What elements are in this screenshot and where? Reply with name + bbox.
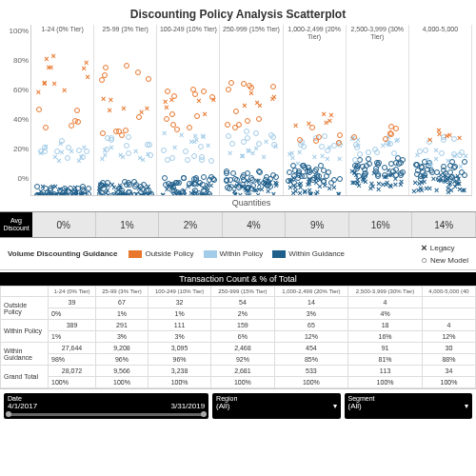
data-point[interactable] [322, 111, 327, 117]
data-point[interactable] [270, 84, 276, 89]
data-point[interactable] [232, 176, 238, 182]
data-point[interactable] [419, 165, 425, 170]
data-point[interactable] [297, 149, 303, 155]
data-point[interactable] [230, 170, 236, 176]
data-point[interactable] [293, 185, 299, 190]
filter-region[interactable]: Region (All)▾ [212, 393, 340, 419]
data-point[interactable] [145, 106, 150, 111]
data-point[interactable] [355, 163, 361, 169]
data-point[interactable] [185, 157, 190, 163]
data-point[interactable] [427, 137, 433, 143]
data-point[interactable] [165, 157, 170, 163]
data-point[interactable] [183, 149, 188, 154]
data-point[interactable] [437, 131, 443, 137]
data-point[interactable] [302, 173, 307, 179]
data-point[interactable] [201, 89, 207, 94]
data-point[interactable] [62, 88, 68, 93]
data-point[interactable] [423, 148, 428, 153]
data-point[interactable] [362, 171, 367, 177]
data-point[interactable] [363, 179, 368, 185]
data-point[interactable] [107, 108, 112, 113]
data-point[interactable] [271, 94, 277, 100]
data-point[interactable] [428, 160, 434, 166]
data-point[interactable] [228, 80, 234, 86]
data-point[interactable] [337, 156, 343, 162]
data-point[interactable] [388, 124, 394, 129]
data-point[interactable] [376, 160, 382, 166]
data-point[interactable] [324, 120, 329, 126]
data-point[interactable] [59, 138, 65, 144]
data-point[interactable] [315, 189, 321, 195]
data-point[interactable] [399, 179, 405, 185]
data-point[interactable] [464, 153, 469, 159]
data-point[interactable] [69, 123, 74, 129]
data-point[interactable] [172, 145, 178, 150]
data-point[interactable] [34, 184, 40, 189]
data-point[interactable] [209, 94, 215, 100]
data-point[interactable] [434, 188, 440, 193]
legend-item[interactable]: Within Guidance [272, 249, 345, 258]
data-point[interactable] [101, 186, 107, 191]
data-point[interactable] [256, 169, 262, 174]
data-point[interactable] [135, 69, 141, 75]
data-point[interactable] [50, 192, 55, 195]
data-point[interactable] [196, 98, 202, 104]
data-point[interactable] [271, 142, 277, 148]
data-point[interactable] [146, 76, 151, 82]
data-point[interactable] [256, 141, 262, 147]
data-point[interactable] [100, 130, 106, 136]
data-point[interactable] [370, 184, 376, 189]
data-point[interactable] [396, 161, 402, 167]
data-point[interactable] [86, 186, 91, 191]
data-point[interactable] [242, 103, 248, 109]
data-point[interactable] [165, 89, 170, 94]
data-point[interactable] [325, 148, 330, 153]
data-point[interactable] [236, 122, 242, 128]
data-point[interactable] [228, 150, 233, 156]
data-point[interactable] [385, 180, 390, 186]
data-point[interactable] [80, 154, 86, 160]
data-point[interactable] [227, 186, 232, 191]
plot-area[interactable]: 1-24 (0% Tier)25-99 (3% Tier)100-249 (10… [30, 25, 472, 196]
data-point[interactable] [417, 149, 423, 154]
data-point[interactable] [138, 184, 144, 189]
data-point[interactable] [109, 145, 114, 150]
data-point[interactable] [126, 180, 131, 186]
data-point[interactable] [318, 163, 324, 169]
data-point[interactable] [105, 180, 110, 186]
data-point[interactable] [54, 192, 60, 195]
data-point[interactable] [313, 167, 319, 172]
data-point[interactable] [72, 118, 78, 124]
data-point[interactable] [207, 191, 212, 195]
data-point[interactable] [352, 157, 358, 163]
data-point[interactable] [109, 97, 114, 103]
data-point[interactable] [145, 142, 150, 148]
data-point[interactable] [316, 134, 322, 140]
data-point[interactable] [446, 158, 451, 164]
data-point[interactable] [162, 130, 168, 136]
data-point[interactable] [124, 143, 129, 149]
data-point[interactable] [52, 81, 58, 87]
data-point[interactable] [148, 152, 153, 158]
data-point[interactable] [126, 134, 131, 140]
data-point[interactable] [287, 169, 292, 175]
data-point[interactable] [170, 122, 176, 128]
data-point[interactable] [42, 80, 48, 86]
data-point[interactable] [351, 134, 357, 140]
data-point[interactable] [161, 148, 167, 153]
data-point[interactable] [105, 135, 110, 141]
data-point[interactable] [454, 176, 460, 182]
data-point[interactable] [271, 191, 277, 195]
data-point[interactable] [228, 177, 233, 183]
data-point[interactable] [140, 157, 146, 163]
data-point[interactable] [164, 116, 169, 122]
data-point[interactable] [126, 150, 131, 156]
data-point[interactable] [289, 150, 295, 156]
data-point[interactable] [387, 142, 392, 148]
data-point[interactable] [264, 139, 269, 145]
data-point[interactable] [297, 137, 303, 143]
data-point[interactable] [443, 170, 448, 176]
data-point[interactable] [449, 188, 455, 193]
legend-item[interactable]: Outside Policy [129, 249, 193, 258]
panel-6[interactable]: 4,000-5,000 [409, 25, 472, 195]
